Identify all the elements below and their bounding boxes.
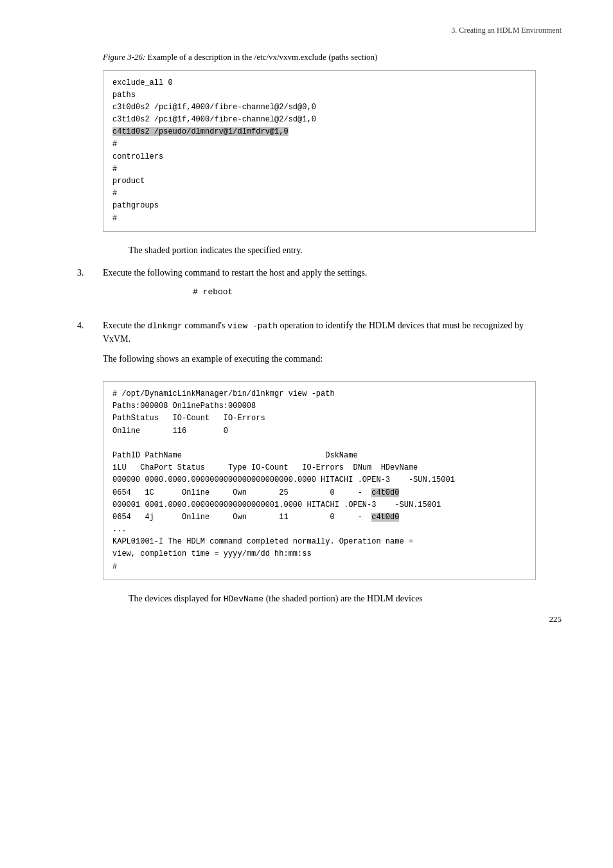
inline-code-dlnkmgr: dlnkmgr — [147, 321, 182, 331]
step-text: Execute the dlnkmgr command's view -path… — [103, 319, 536, 346]
step-number: 4. — [64, 319, 103, 373]
code-box-2: # /opt/DynamicLinkManager/bin/dlnkmgr vi… — [103, 381, 536, 580]
header-text: 3. Creating an HDLM Environment — [451, 26, 562, 35]
code-highlight-2: c4t0d0 — [371, 513, 399, 522]
code-line: ... KAPL01001-I The HDLM command complet… — [112, 525, 413, 571]
code-box-1: exclude_all 0 paths c3t0d0s2 /pci@1f,400… — [103, 70, 536, 232]
step-text: Execute the following command to restart… — [103, 266, 536, 279]
step-number: 3. — [64, 266, 103, 310]
figure-caption: Figure 3-26: Example of a description in… — [103, 51, 536, 64]
code-line: # controllers # product # pathgroups # — [112, 139, 163, 222]
step-4: 4. Execute the dlnkmgr command's view -p… — [64, 319, 536, 373]
figure-caption-text: Example of a description in the /etc/vx/… — [148, 52, 378, 62]
code-line: # /opt/DynamicLinkManager/bin/dlnkmgr vi… — [112, 389, 455, 497]
code-highlight-1: c4t0d0 — [371, 488, 399, 497]
code-line: exclude_all 0 paths c3t0d0s2 /pci@1f,400… — [112, 78, 316, 125]
bottom-code-hdevname: HDevName — [224, 594, 263, 604]
step-command: # reboot — [193, 286, 536, 299]
step-content: Execute the dlnkmgr command's view -path… — [103, 319, 536, 373]
bottom-text-start: The devices displayed for — [129, 594, 224, 603]
shaded-note: The shaded portion indicates the specifi… — [129, 244, 536, 257]
step-3: 3. Execute the following command to rest… — [64, 266, 536, 310]
step-content: Execute the following command to restart… — [103, 266, 536, 310]
bottom-text: The devices displayed for HDevName (the … — [129, 592, 536, 606]
code-line-highlight: c4t1d0s2 /pseudo/dlmndrv@1/dlmfdrv@1,0 — [112, 127, 289, 136]
inline-code-view-path: view -path — [227, 321, 278, 331]
page-header: 3. Creating an HDLM Environment — [64, 26, 562, 35]
page-number: 225 — [549, 614, 562, 624]
step-subtext: The following shows an example of execut… — [103, 352, 536, 366]
bottom-text-end: (the shaded portion) are the HDLM device… — [263, 594, 423, 603]
figure-label: Figure 3-26: — [103, 52, 145, 62]
